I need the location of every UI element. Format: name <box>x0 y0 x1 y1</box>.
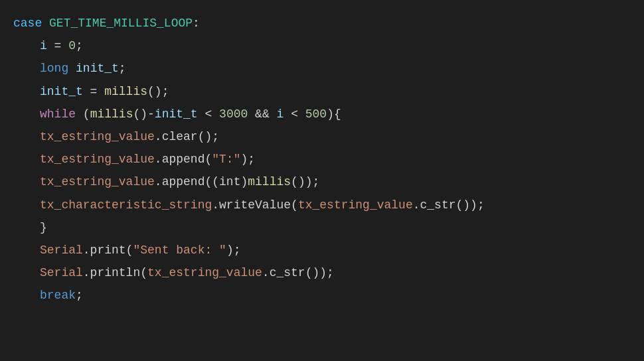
code-token: 3000 <box>219 103 248 125</box>
code-line: } <box>0 216 644 239</box>
code-token: ; <box>76 35 83 57</box>
code-token: .append( <box>155 148 212 171</box>
code-token: init_t <box>40 80 83 103</box>
code-token: millis <box>104 80 147 103</box>
code-token: 500 <box>305 103 327 125</box>
code-editor: case GET_TIME_MILLIS_LOOP:i = 0;long ini… <box>0 7 644 312</box>
code-token: tx_estring_value <box>40 171 155 193</box>
code-token: - <box>147 103 155 125</box>
code-line: break; <box>0 284 644 307</box>
code-token: ; <box>119 57 126 80</box>
code-token: millis <box>90 103 133 125</box>
code-token: "Sent back: " <box>133 239 226 261</box>
code-token: Serial <box>40 261 83 284</box>
code-token: } <box>40 216 47 239</box>
code-token: () <box>147 80 162 103</box>
code-token: .println( <box>83 261 147 284</box>
code-token: .c_str()); <box>413 194 485 216</box>
code-token: ()); <box>291 171 319 193</box>
code-line: i = 0; <box>0 35 644 57</box>
code-line: init_t = millis(); <box>0 80 644 103</box>
code-token: ); <box>240 148 255 171</box>
code-token: while <box>40 103 76 125</box>
code-token: < <box>198 103 219 125</box>
code-line: while (millis()-init_t < 3000 && i < 500… <box>0 103 644 125</box>
code-token: i <box>277 103 284 125</box>
code-token: init_t <box>155 103 198 125</box>
code-line: case GET_TIME_MILLIS_LOOP: <box>0 12 644 35</box>
code-line: long init_t; <box>0 57 644 80</box>
code-token: < <box>283 103 305 125</box>
code-token <box>68 57 76 80</box>
code-token: = <box>83 80 104 103</box>
code-token: i <box>40 35 47 57</box>
code-token: ( <box>76 103 90 125</box>
code-token: ){ <box>327 103 341 125</box>
code-token: long <box>40 57 68 80</box>
code-token: && <box>248 103 276 125</box>
code-token: ); <box>226 239 241 261</box>
code-token: ; <box>76 284 83 307</box>
code-line: tx_estring_value.append("T:"); <box>0 148 644 171</box>
code-token: break <box>40 284 76 307</box>
code-token: .clear(); <box>155 125 219 148</box>
code-line: tx_estring_value.append((int)millis()); <box>0 171 644 193</box>
code-token: Serial <box>40 239 83 261</box>
code-token: tx_estring_value <box>40 148 155 171</box>
code-token: tx_estring_value <box>147 261 262 284</box>
code-token: millis <box>248 171 291 193</box>
code-line: tx_characteristic_string.writeValue(tx_e… <box>0 194 644 216</box>
code-token: tx_characteristic_string <box>40 194 212 216</box>
code-line: Serial.print("Sent back: "); <box>0 239 644 261</box>
code-token: tx_estring_value <box>40 125 155 148</box>
code-token: () <box>133 103 147 125</box>
code-token: tx_estring_value <box>298 194 413 216</box>
code-token: case <box>13 12 42 35</box>
code-token: ; <box>162 80 169 103</box>
code-token: 0 <box>68 35 76 57</box>
code-token: .writeValue( <box>212 194 298 216</box>
code-token: .append((int) <box>155 171 248 193</box>
code-token: init_t <box>76 57 119 80</box>
code-token: "T:" <box>212 148 240 171</box>
code-token <box>42 12 49 35</box>
code-line: tx_estring_value.clear(); <box>0 125 644 148</box>
code-token: = <box>47 35 68 57</box>
code-token: .c_str()); <box>262 261 334 284</box>
code-token: : <box>193 12 200 35</box>
code-token: .print( <box>83 239 133 261</box>
code-line: Serial.println(tx_estring_value.c_str())… <box>0 261 644 284</box>
code-token: GET_TIME_MILLIS_LOOP <box>49 12 193 35</box>
